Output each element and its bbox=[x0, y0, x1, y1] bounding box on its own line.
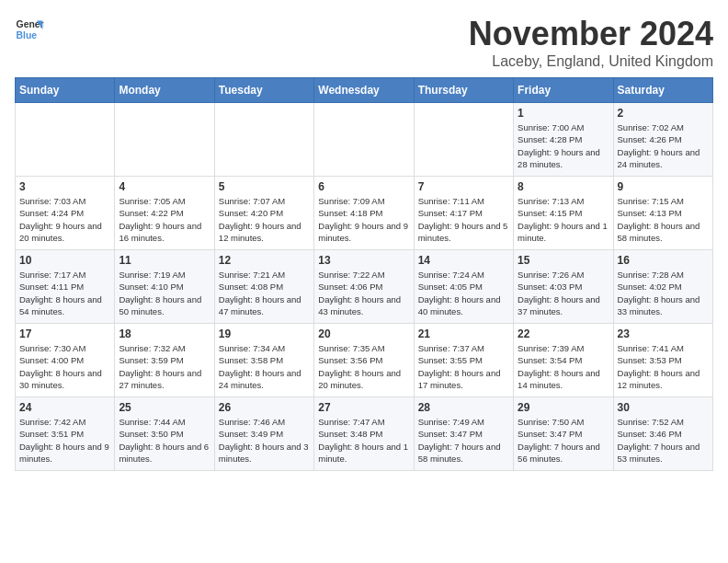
calendar-week-row: 24Sunrise: 7:42 AM Sunset: 3:51 PM Dayli… bbox=[16, 397, 713, 471]
calendar-cell: 24Sunrise: 7:42 AM Sunset: 3:51 PM Dayli… bbox=[16, 397, 115, 471]
day-number: 20 bbox=[318, 327, 409, 340]
weekday-header-monday: Monday bbox=[115, 78, 214, 103]
weekday-header-sunday: Sunday bbox=[16, 78, 115, 103]
day-info: Sunrise: 7:46 AM Sunset: 3:49 PM Dayligh… bbox=[219, 416, 310, 465]
day-number: 28 bbox=[418, 401, 509, 414]
calendar-cell: 4Sunrise: 7:05 AM Sunset: 4:22 PM Daylig… bbox=[115, 177, 214, 250]
day-number: 27 bbox=[318, 401, 409, 414]
calendar-week-row: 3Sunrise: 7:03 AM Sunset: 4:24 PM Daylig… bbox=[16, 177, 713, 250]
calendar-cell: 8Sunrise: 7:13 AM Sunset: 4:15 PM Daylig… bbox=[514, 177, 613, 250]
day-info: Sunrise: 7:26 AM Sunset: 4:03 PM Dayligh… bbox=[518, 269, 609, 317]
day-number: 2 bbox=[618, 107, 709, 120]
day-number: 26 bbox=[219, 401, 310, 414]
day-info: Sunrise: 7:02 AM Sunset: 4:26 PM Dayligh… bbox=[618, 121, 709, 170]
day-number: 15 bbox=[518, 254, 609, 267]
day-info: Sunrise: 7:15 AM Sunset: 4:13 PM Dayligh… bbox=[618, 195, 709, 244]
day-info: Sunrise: 7:35 AM Sunset: 3:56 PM Dayligh… bbox=[318, 342, 409, 391]
day-info: Sunrise: 7:49 AM Sunset: 3:47 PM Dayligh… bbox=[418, 416, 509, 465]
calendar-cell bbox=[16, 103, 115, 177]
calendar-cell: 21Sunrise: 7:37 AM Sunset: 3:55 PM Dayli… bbox=[414, 324, 513, 397]
day-info: Sunrise: 7:22 AM Sunset: 4:06 PM Dayligh… bbox=[318, 269, 409, 317]
day-number: 4 bbox=[119, 180, 210, 193]
day-number: 3 bbox=[19, 180, 110, 193]
day-info: Sunrise: 7:21 AM Sunset: 4:08 PM Dayligh… bbox=[219, 269, 310, 317]
day-number: 9 bbox=[618, 180, 709, 193]
calendar-cell: 17Sunrise: 7:30 AM Sunset: 4:00 PM Dayli… bbox=[16, 324, 115, 397]
calendar-cell: 25Sunrise: 7:44 AM Sunset: 3:50 PM Dayli… bbox=[115, 397, 214, 471]
calendar-cell: 3Sunrise: 7:03 AM Sunset: 4:24 PM Daylig… bbox=[16, 177, 115, 250]
calendar-cell: 9Sunrise: 7:15 AM Sunset: 4:13 PM Daylig… bbox=[613, 177, 712, 250]
day-info: Sunrise: 7:30 AM Sunset: 4:00 PM Dayligh… bbox=[19, 342, 110, 391]
calendar-cell: 30Sunrise: 7:52 AM Sunset: 3:46 PM Dayli… bbox=[613, 397, 712, 471]
day-number: 18 bbox=[119, 327, 210, 340]
day-info: Sunrise: 7:50 AM Sunset: 3:47 PM Dayligh… bbox=[518, 416, 609, 465]
calendar-cell: 6Sunrise: 7:09 AM Sunset: 4:18 PM Daylig… bbox=[314, 177, 414, 250]
calendar-week-row: 17Sunrise: 7:30 AM Sunset: 4:00 PM Dayli… bbox=[16, 324, 713, 397]
day-info: Sunrise: 7:52 AM Sunset: 3:46 PM Dayligh… bbox=[618, 416, 709, 465]
day-number: 13 bbox=[318, 254, 409, 267]
day-info: Sunrise: 7:44 AM Sunset: 3:50 PM Dayligh… bbox=[119, 416, 210, 465]
calendar-cell: 10Sunrise: 7:17 AM Sunset: 4:11 PM Dayli… bbox=[16, 250, 115, 324]
logo-icon: General Blue bbox=[15, 15, 44, 44]
calendar-cell: 18Sunrise: 7:32 AM Sunset: 3:59 PM Dayli… bbox=[115, 324, 214, 397]
day-number: 7 bbox=[418, 180, 509, 193]
calendar-cell: 19Sunrise: 7:34 AM Sunset: 3:58 PM Dayli… bbox=[214, 324, 313, 397]
svg-text:Blue: Blue bbox=[17, 30, 38, 40]
day-number: 21 bbox=[418, 327, 509, 340]
day-number: 17 bbox=[19, 327, 110, 340]
day-info: Sunrise: 7:37 AM Sunset: 3:55 PM Dayligh… bbox=[418, 342, 509, 391]
day-number: 25 bbox=[119, 401, 210, 414]
day-info: Sunrise: 7:17 AM Sunset: 4:11 PM Dayligh… bbox=[19, 269, 110, 317]
day-info: Sunrise: 7:32 AM Sunset: 3:59 PM Dayligh… bbox=[119, 342, 210, 391]
calendar-cell: 16Sunrise: 7:28 AM Sunset: 4:02 PM Dayli… bbox=[613, 250, 712, 324]
day-info: Sunrise: 7:13 AM Sunset: 4:15 PM Dayligh… bbox=[518, 195, 609, 244]
calendar-cell: 2Sunrise: 7:02 AM Sunset: 4:26 PM Daylig… bbox=[613, 103, 712, 177]
calendar-cell: 11Sunrise: 7:19 AM Sunset: 4:10 PM Dayli… bbox=[115, 250, 214, 324]
calendar-cell bbox=[314, 103, 414, 177]
day-number: 19 bbox=[219, 327, 310, 340]
day-info: Sunrise: 7:24 AM Sunset: 4:05 PM Dayligh… bbox=[418, 269, 509, 317]
weekday-header-tuesday: Tuesday bbox=[214, 78, 313, 103]
weekday-header-row: SundayMondayTuesdayWednesdayThursdayFrid… bbox=[16, 78, 713, 103]
day-number: 24 bbox=[19, 401, 110, 414]
day-number: 22 bbox=[518, 327, 609, 340]
day-number: 1 bbox=[518, 107, 609, 120]
day-info: Sunrise: 7:34 AM Sunset: 3:58 PM Dayligh… bbox=[219, 342, 310, 391]
calendar-cell: 14Sunrise: 7:24 AM Sunset: 4:05 PM Dayli… bbox=[414, 250, 513, 324]
calendar-cell: 1Sunrise: 7:00 AM Sunset: 4:28 PM Daylig… bbox=[514, 103, 613, 177]
day-number: 29 bbox=[518, 401, 609, 414]
month-title: November 2024 bbox=[469, 15, 713, 53]
page-header: General Blue November 2024 Laceby, Engla… bbox=[15, 15, 713, 70]
title-block: November 2024 Laceby, England, United Ki… bbox=[469, 15, 713, 70]
calendar-cell: 20Sunrise: 7:35 AM Sunset: 3:56 PM Dayli… bbox=[314, 324, 414, 397]
calendar-cell: 5Sunrise: 7:07 AM Sunset: 4:20 PM Daylig… bbox=[214, 177, 313, 250]
day-number: 16 bbox=[618, 254, 709, 267]
calendar-week-row: 10Sunrise: 7:17 AM Sunset: 4:11 PM Dayli… bbox=[16, 250, 713, 324]
calendar-cell: 23Sunrise: 7:41 AM Sunset: 3:53 PM Dayli… bbox=[613, 324, 712, 397]
calendar-cell bbox=[214, 103, 313, 177]
day-number: 5 bbox=[219, 180, 310, 193]
weekday-header-saturday: Saturday bbox=[613, 78, 712, 103]
day-number: 11 bbox=[119, 254, 210, 267]
day-info: Sunrise: 7:39 AM Sunset: 3:54 PM Dayligh… bbox=[518, 342, 609, 391]
calendar-cell bbox=[414, 103, 513, 177]
day-info: Sunrise: 7:11 AM Sunset: 4:17 PM Dayligh… bbox=[418, 195, 509, 244]
day-info: Sunrise: 7:03 AM Sunset: 4:24 PM Dayligh… bbox=[19, 195, 110, 244]
calendar-cell: 27Sunrise: 7:47 AM Sunset: 3:48 PM Dayli… bbox=[314, 397, 414, 471]
day-number: 12 bbox=[219, 254, 310, 267]
calendar-cell: 12Sunrise: 7:21 AM Sunset: 4:08 PM Dayli… bbox=[214, 250, 313, 324]
day-info: Sunrise: 7:41 AM Sunset: 3:53 PM Dayligh… bbox=[618, 342, 709, 391]
calendar-cell: 29Sunrise: 7:50 AM Sunset: 3:47 PM Dayli… bbox=[514, 397, 613, 471]
day-info: Sunrise: 7:19 AM Sunset: 4:10 PM Dayligh… bbox=[119, 269, 210, 317]
calendar-cell: 7Sunrise: 7:11 AM Sunset: 4:17 PM Daylig… bbox=[414, 177, 513, 250]
day-number: 6 bbox=[318, 180, 409, 193]
calendar-cell bbox=[115, 103, 214, 177]
day-info: Sunrise: 7:47 AM Sunset: 3:48 PM Dayligh… bbox=[318, 416, 409, 465]
calendar-cell: 28Sunrise: 7:49 AM Sunset: 3:47 PM Dayli… bbox=[414, 397, 513, 471]
calendar-cell: 22Sunrise: 7:39 AM Sunset: 3:54 PM Dayli… bbox=[514, 324, 613, 397]
day-number: 14 bbox=[418, 254, 509, 267]
day-number: 30 bbox=[618, 401, 709, 414]
day-info: Sunrise: 7:00 AM Sunset: 4:28 PM Dayligh… bbox=[518, 121, 609, 170]
calendar-cell: 26Sunrise: 7:46 AM Sunset: 3:49 PM Dayli… bbox=[214, 397, 313, 471]
calendar-cell: 15Sunrise: 7:26 AM Sunset: 4:03 PM Dayli… bbox=[514, 250, 613, 324]
